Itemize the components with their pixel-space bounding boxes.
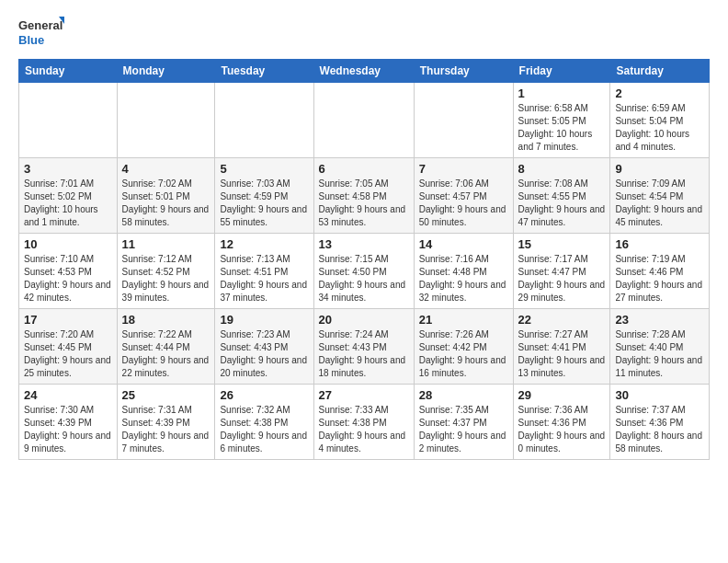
day-number: 17 <box>24 313 112 327</box>
day-info: Sunrise: 7:06 AM Sunset: 4:57 PM Dayligh… <box>419 178 508 229</box>
day-header-wednesday: Wednesday <box>313 60 414 83</box>
day-header-friday: Friday <box>513 60 610 83</box>
day-number: 29 <box>518 388 606 402</box>
calendar-cell: 4Sunrise: 7:02 AM Sunset: 5:01 PM Daylig… <box>117 158 215 234</box>
calendar-cell: 6Sunrise: 7:05 AM Sunset: 4:58 PM Daylig… <box>313 158 414 234</box>
logo-svg: General Blue <box>18 15 64 50</box>
calendar-week-3: 10Sunrise: 7:10 AM Sunset: 4:53 PM Dayli… <box>19 234 710 309</box>
day-info: Sunrise: 7:20 AM Sunset: 4:45 PM Dayligh… <box>24 328 112 380</box>
calendar-cell: 16Sunrise: 7:19 AM Sunset: 4:46 PM Dayli… <box>610 234 710 309</box>
day-info: Sunrise: 7:13 AM Sunset: 4:51 PM Dayligh… <box>220 253 308 304</box>
day-number: 15 <box>518 237 606 251</box>
day-info: Sunrise: 7:03 AM Sunset: 4:59 PM Dayligh… <box>220 178 308 229</box>
calendar-cell: 3Sunrise: 7:01 AM Sunset: 5:02 PM Daylig… <box>19 158 118 234</box>
day-info: Sunrise: 7:23 AM Sunset: 4:43 PM Dayligh… <box>220 328 308 380</box>
day-info: Sunrise: 7:05 AM Sunset: 4:58 PM Dayligh… <box>319 178 409 229</box>
calendar-cell: 25Sunrise: 7:31 AM Sunset: 4:39 PM Dayli… <box>117 385 215 460</box>
calendar-cell <box>19 83 118 158</box>
day-number: 3 <box>24 162 112 176</box>
calendar-cell: 28Sunrise: 7:35 AM Sunset: 4:37 PM Dayli… <box>414 385 513 460</box>
day-number: 6 <box>319 162 409 176</box>
calendar-cell: 12Sunrise: 7:13 AM Sunset: 4:51 PM Dayli… <box>215 234 313 309</box>
calendar-cell: 11Sunrise: 7:12 AM Sunset: 4:52 PM Dayli… <box>117 234 215 309</box>
calendar-week-1: 1Sunrise: 6:58 AM Sunset: 5:05 PM Daylig… <box>19 83 710 158</box>
calendar-body: 1Sunrise: 6:58 AM Sunset: 5:05 PM Daylig… <box>19 83 710 460</box>
day-number: 8 <box>518 162 606 176</box>
day-info: Sunrise: 7:32 AM Sunset: 4:38 PM Dayligh… <box>220 404 308 455</box>
day-info: Sunrise: 7:35 AM Sunset: 4:37 PM Dayligh… <box>419 404 508 455</box>
day-info: Sunrise: 7:17 AM Sunset: 4:47 PM Dayligh… <box>518 253 606 304</box>
calendar-cell: 13Sunrise: 7:15 AM Sunset: 4:50 PM Dayli… <box>313 234 414 309</box>
svg-text:Blue: Blue <box>18 33 44 47</box>
calendar-cell: 14Sunrise: 7:16 AM Sunset: 4:48 PM Dayli… <box>414 234 513 309</box>
day-info: Sunrise: 7:24 AM Sunset: 4:43 PM Dayligh… <box>319 328 409 380</box>
day-info: Sunrise: 6:59 AM Sunset: 5:04 PM Dayligh… <box>615 102 704 154</box>
day-number: 23 <box>615 313 704 327</box>
calendar-cell: 21Sunrise: 7:26 AM Sunset: 4:42 PM Dayli… <box>414 309 513 385</box>
day-number: 26 <box>220 388 308 402</box>
day-number: 1 <box>518 86 606 100</box>
day-info: Sunrise: 7:31 AM Sunset: 4:39 PM Dayligh… <box>122 404 210 455</box>
day-number: 28 <box>419 388 508 402</box>
page-container: General Blue SundayMondayTuesdayWednesda… <box>0 0 728 469</box>
day-info: Sunrise: 7:02 AM Sunset: 5:01 PM Dayligh… <box>122 178 210 229</box>
calendar-cell: 15Sunrise: 7:17 AM Sunset: 4:47 PM Dayli… <box>513 234 610 309</box>
day-info: Sunrise: 7:36 AM Sunset: 4:36 PM Dayligh… <box>518 404 606 455</box>
page-header: General Blue <box>18 15 710 50</box>
day-number: 25 <box>122 388 210 402</box>
calendar-cell <box>313 83 414 158</box>
logo: General Blue <box>18 15 64 50</box>
calendar-week-4: 17Sunrise: 7:20 AM Sunset: 4:45 PM Dayli… <box>19 309 710 385</box>
day-info: Sunrise: 7:08 AM Sunset: 4:55 PM Dayligh… <box>518 178 606 229</box>
day-info: Sunrise: 7:33 AM Sunset: 4:38 PM Dayligh… <box>319 404 409 455</box>
calendar-cell: 27Sunrise: 7:33 AM Sunset: 4:38 PM Dayli… <box>313 385 414 460</box>
day-info: Sunrise: 7:19 AM Sunset: 4:46 PM Dayligh… <box>615 253 704 304</box>
day-header-sunday: Sunday <box>19 60 118 83</box>
day-number: 9 <box>615 162 704 176</box>
calendar-cell: 18Sunrise: 7:22 AM Sunset: 4:44 PM Dayli… <box>117 309 215 385</box>
day-number: 18 <box>122 313 210 327</box>
calendar-cell: 19Sunrise: 7:23 AM Sunset: 4:43 PM Dayli… <box>215 309 313 385</box>
day-info: Sunrise: 7:10 AM Sunset: 4:53 PM Dayligh… <box>24 253 112 304</box>
calendar-cell: 30Sunrise: 7:37 AM Sunset: 4:36 PM Dayli… <box>610 385 710 460</box>
calendar-cell: 26Sunrise: 7:32 AM Sunset: 4:38 PM Dayli… <box>215 385 313 460</box>
day-number: 30 <box>615 388 704 402</box>
svg-text:General: General <box>18 18 63 32</box>
day-info: Sunrise: 7:37 AM Sunset: 4:36 PM Dayligh… <box>615 404 704 455</box>
day-number: 2 <box>615 86 704 100</box>
day-number: 20 <box>319 313 409 327</box>
day-number: 4 <box>122 162 210 176</box>
day-number: 27 <box>319 388 409 402</box>
day-info: Sunrise: 7:26 AM Sunset: 4:42 PM Dayligh… <box>419 328 508 380</box>
calendar-cell: 24Sunrise: 7:30 AM Sunset: 4:39 PM Dayli… <box>19 385 118 460</box>
day-info: Sunrise: 7:28 AM Sunset: 4:40 PM Dayligh… <box>615 328 704 380</box>
calendar-cell: 10Sunrise: 7:10 AM Sunset: 4:53 PM Dayli… <box>19 234 118 309</box>
day-info: Sunrise: 7:27 AM Sunset: 4:41 PM Dayligh… <box>518 328 606 380</box>
calendar-cell: 8Sunrise: 7:08 AM Sunset: 4:55 PM Daylig… <box>513 158 610 234</box>
calendar-week-5: 24Sunrise: 7:30 AM Sunset: 4:39 PM Dayli… <box>19 385 710 460</box>
day-number: 24 <box>24 388 112 402</box>
day-header-tuesday: Tuesday <box>215 60 313 83</box>
calendar-week-2: 3Sunrise: 7:01 AM Sunset: 5:02 PM Daylig… <box>19 158 710 234</box>
calendar-cell: 17Sunrise: 7:20 AM Sunset: 4:45 PM Dayli… <box>19 309 118 385</box>
day-info: Sunrise: 7:12 AM Sunset: 4:52 PM Dayligh… <box>122 253 210 304</box>
day-number: 22 <box>518 313 606 327</box>
day-info: Sunrise: 7:01 AM Sunset: 5:02 PM Dayligh… <box>24 178 112 229</box>
calendar-cell: 9Sunrise: 7:09 AM Sunset: 4:54 PM Daylig… <box>610 158 710 234</box>
calendar-table: SundayMondayTuesdayWednesdayThursdayFrid… <box>18 59 710 460</box>
day-info: Sunrise: 7:15 AM Sunset: 4:50 PM Dayligh… <box>319 253 409 304</box>
day-info: Sunrise: 7:09 AM Sunset: 4:54 PM Dayligh… <box>615 178 704 229</box>
day-number: 12 <box>220 237 308 251</box>
day-info: Sunrise: 6:58 AM Sunset: 5:05 PM Dayligh… <box>518 102 606 154</box>
day-header-saturday: Saturday <box>610 60 710 83</box>
calendar-cell: 29Sunrise: 7:36 AM Sunset: 4:36 PM Dayli… <box>513 385 610 460</box>
day-number: 13 <box>319 237 409 251</box>
calendar-cell: 1Sunrise: 6:58 AM Sunset: 5:05 PM Daylig… <box>513 83 610 158</box>
calendar-cell: 7Sunrise: 7:06 AM Sunset: 4:57 PM Daylig… <box>414 158 513 234</box>
calendar-cell <box>117 83 215 158</box>
day-number: 7 <box>419 162 508 176</box>
calendar-cell: 2Sunrise: 6:59 AM Sunset: 5:04 PM Daylig… <box>610 83 710 158</box>
day-number: 10 <box>24 237 112 251</box>
day-header-thursday: Thursday <box>414 60 513 83</box>
day-info: Sunrise: 7:30 AM Sunset: 4:39 PM Dayligh… <box>24 404 112 455</box>
